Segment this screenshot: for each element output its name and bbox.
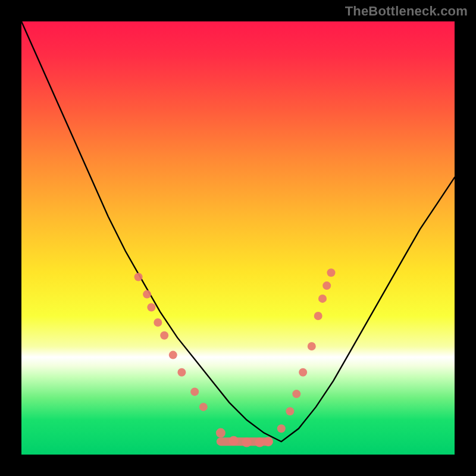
curve-marker <box>318 295 327 303</box>
curve-marker <box>216 428 226 438</box>
watermark-text: TheBottleneck.com <box>345 4 468 19</box>
curve-marker <box>264 437 273 446</box>
curve-marker <box>154 318 162 327</box>
curve-marker <box>242 438 252 447</box>
curve-marker <box>177 368 186 377</box>
chart-frame: TheBottleneck.com <box>0 0 476 476</box>
curve-marker <box>292 390 300 398</box>
curve-layer <box>21 21 455 455</box>
curve-marker <box>322 281 331 290</box>
curve-marker <box>160 331 168 340</box>
curve-marker <box>190 387 199 396</box>
curve-marker <box>314 312 322 320</box>
curve-marker <box>147 303 155 312</box>
curve-marker <box>286 407 294 415</box>
curve-marker <box>308 342 316 350</box>
bottleneck-curve <box>21 21 455 441</box>
curve-marker <box>169 351 177 359</box>
plot-area <box>21 21 455 455</box>
curve-marker <box>229 436 239 446</box>
curve-marker <box>299 368 307 377</box>
curve-marker <box>134 273 143 281</box>
curve-marker <box>327 268 336 277</box>
curve-marker <box>199 403 208 411</box>
curve-marker <box>255 438 264 447</box>
curve-marker <box>143 290 151 299</box>
curve-marker <box>277 424 286 433</box>
